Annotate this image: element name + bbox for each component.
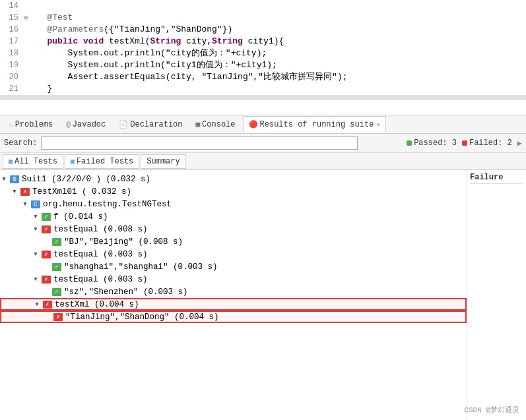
fail-icon: ✗ — [41, 275, 51, 284]
tab-label: Problems — [15, 120, 53, 129]
failure-panel: Failure — [467, 170, 526, 419]
sub-tab-summary[interactable]: Summary — [141, 154, 185, 169]
line-arrow — [24, 71, 32, 83]
line-arrow: ⊖ — [24, 12, 32, 24]
results-area: ▼SSuit1 (3/2/0/0 ) (0.032 s)▼✗TestXml01 … — [0, 170, 526, 419]
line-number: 20 — [3, 71, 18, 83]
code-line: 14 — [0, 0, 526, 12]
line-arrow — [24, 83, 32, 95]
tree-toggle[interactable]: ▼ — [33, 301, 41, 308]
class-icon: C — [30, 200, 41, 209]
tree-item-label: Suit1 (3/2/0/0 ) (0.032 s) — [22, 175, 150, 184]
code-line: 17 public void testXml(String city,Strin… — [0, 36, 526, 47]
code-line: 19 System.out.println("city1的值为："+city1)… — [0, 59, 526, 71]
line-number: 16 — [3, 24, 18, 36]
line-number: 15 — [3, 12, 18, 24]
line-number: 17 — [3, 36, 18, 47]
code-line: 16 @Parameters({"TianJing","ShanDong"}) — [0, 24, 526, 36]
tab-declaration[interactable]: 📄Declaration — [113, 116, 188, 133]
tree-item[interactable]: ▼Corg.henu.testng.TestNGTest — [0, 198, 467, 210]
tab-bar: ⚠Problems@Javadoc📄Declaration▦Console🔴Re… — [0, 115, 526, 134]
tab-console[interactable]: ▦Console — [189, 116, 241, 133]
tree-item-label: TestXml01 ( 0.032 s) — [32, 187, 131, 196]
search-toolbar: Search: Passed: 3 Failed: 2 ▶ — [0, 134, 526, 153]
tab-close[interactable]: ✕ — [376, 121, 380, 129]
tree-toggle[interactable]: ▼ — [32, 214, 40, 220]
tree-toggle[interactable]: ▼ — [21, 201, 29, 208]
passed-icon — [407, 140, 412, 146]
tree-item[interactable]: ▼✓f (0.014 s) — [0, 210, 467, 223]
tree-item[interactable]: ✓"BJ","Beijing" (0.008 s) — [0, 235, 467, 248]
passed-label: Passed: 3 — [414, 138, 457, 148]
failed-icon — [462, 140, 467, 146]
tab-javadoc[interactable]: @Javadoc — [60, 116, 112, 133]
line-content: @Parameters({"TianJing","ShanDong"}) — [32, 24, 232, 36]
fail-icon: ✗ — [42, 300, 53, 309]
sub-tab-all-tests[interactable]: ▦All Tests — [3, 154, 63, 169]
tree-item[interactable]: ✓"sz","Shenzhen" (0.003 s) — [0, 285, 467, 298]
line-content: System.out.println("city1的值为："+city1); — [32, 59, 277, 71]
line-arrow — [24, 36, 32, 47]
tree-item-label: testEqual (0.003 s) — [53, 250, 148, 259]
tree-item[interactable]: ▼SSuit1 (3/2/0/0 ) (0.032 s) — [0, 173, 467, 185]
line-arrow — [24, 47, 32, 59]
line-content: Assert.assertEquals(city, "TianJing","比较… — [32, 71, 348, 83]
line-content: } — [32, 83, 52, 95]
tab-results[interactable]: 🔴Results of running suite✕ — [243, 116, 387, 133]
tree-item[interactable]: ✗"TianJing","ShanDong" (0.004 s) — [0, 311, 467, 323]
search-label: Search: — [4, 138, 37, 148]
fail-icon: ✗ — [20, 187, 30, 196]
tree-toggle[interactable]: ▼ — [32, 276, 40, 283]
sub-tab-label: Summary — [147, 157, 180, 166]
fail-icon: ✗ — [41, 225, 51, 234]
tree-item-label: "sz","Shenzhen" (0.003 s) — [64, 287, 188, 297]
tree-item[interactable]: ▼✗testEqual (0.003 s) — [0, 273, 467, 285]
code-line: 18 System.out.println("city的值为："+city); — [0, 47, 526, 59]
tree-item-label: "TianJing","ShanDong" (0.004 s) — [65, 313, 219, 322]
sub-tab-failed-tests[interactable]: ▦Failed Tests — [65, 154, 139, 169]
line-number: 19 — [3, 59, 18, 71]
tree-item[interactable]: ▼✗testXml (0.004 s) — [0, 298, 467, 311]
tree-toggle[interactable]: ▼ — [11, 189, 18, 195]
sub-tab-label: All Tests — [15, 157, 57, 166]
tree-item-label: "BJ","Beijing" (0.008 s) — [64, 237, 183, 247]
more-icon[interactable]: ▶ — [517, 138, 522, 148]
passed-status: Passed: 3 Failed: 2 ▶ — [407, 138, 522, 148]
code-editor: 14 15⊖ @Test16 @Parameters({"TianJing","… — [0, 0, 526, 115]
failure-header: Failure — [470, 173, 523, 184]
tree-item[interactable]: ▼✗testEqual (0.008 s) — [0, 223, 467, 235]
code-line: 21 } — [0, 83, 526, 95]
tree-toggle[interactable]: ▼ — [32, 251, 40, 258]
pass-icon: ✓ — [51, 287, 62, 297]
tree-item-label: testEqual (0.008 s) — [53, 225, 148, 234]
tree-item[interactable]: ▼✗TestXml01 ( 0.032 s) — [0, 185, 467, 198]
line-number: 18 — [3, 47, 18, 59]
line-number: 14 — [3, 0, 18, 12]
tree-toggle[interactable]: ▼ — [32, 226, 40, 233]
line-arrow — [24, 59, 32, 71]
sub-tab-label: Failed Tests — [77, 157, 133, 166]
search-input[interactable] — [41, 136, 358, 150]
tab-label: Results of running suite — [260, 120, 374, 129]
line-content: System.out.println("city的值为："+city); — [32, 47, 267, 59]
pass-icon: ✓ — [41, 212, 51, 222]
line-number: 21 — [3, 83, 18, 95]
tree-toggle[interactable]: ▼ — [0, 176, 8, 183]
tab-problems[interactable]: ⚠Problems — [3, 116, 59, 133]
line-content: @Test — [32, 12, 73, 24]
line-content: public void testXml(String city,String c… — [32, 36, 284, 47]
results-tree: ▼SSuit1 (3/2/0/0 ) (0.032 s)▼✗TestXml01 … — [0, 170, 467, 419]
tree-item-label: f (0.014 s) — [53, 212, 108, 222]
sub-tab-bar: ▦All Tests▦Failed TestsSummary — [0, 153, 526, 170]
pass-icon: ✓ — [51, 237, 62, 247]
pass-icon: ✓ — [51, 262, 62, 272]
failed-label: Failed: 2 — [469, 138, 512, 148]
tree-item[interactable]: ✓"shanghai","shanghai" (0.003 s) — [0, 260, 467, 273]
fail-icon: ✗ — [41, 250, 51, 259]
code-horizontal-scrollbar[interactable] — [0, 95, 526, 100]
tree-item[interactable]: ▼✗testEqual (0.003 s) — [0, 248, 467, 260]
tab-label: Javadoc — [73, 120, 106, 129]
tree-item-label: org.henu.testng.TestNGTest — [43, 200, 172, 209]
line-arrow — [24, 24, 32, 36]
tree-item-label: testEqual (0.003 s) — [53, 275, 148, 284]
